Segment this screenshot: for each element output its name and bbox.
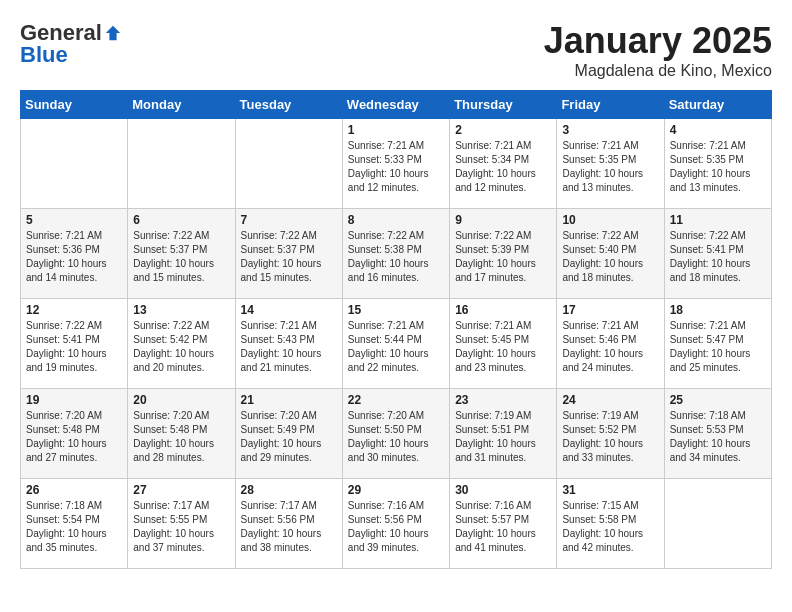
day-info: Sunrise: 7:21 AM Sunset: 5:33 PM Dayligh…: [348, 139, 444, 195]
calendar-cell: 6Sunrise: 7:22 AM Sunset: 5:37 PM Daylig…: [128, 209, 235, 299]
day-info: Sunrise: 7:22 AM Sunset: 5:39 PM Dayligh…: [455, 229, 551, 285]
calendar-title: January 2025: [544, 20, 772, 62]
svg-marker-0: [106, 26, 120, 40]
calendar-cell: 22Sunrise: 7:20 AM Sunset: 5:50 PM Dayli…: [342, 389, 449, 479]
weekday-header-cell: Wednesday: [342, 91, 449, 119]
day-number: 14: [241, 303, 337, 317]
day-number: 13: [133, 303, 229, 317]
day-number: 19: [26, 393, 122, 407]
day-number: 10: [562, 213, 658, 227]
day-info: Sunrise: 7:20 AM Sunset: 5:48 PM Dayligh…: [133, 409, 229, 465]
day-info: Sunrise: 7:17 AM Sunset: 5:55 PM Dayligh…: [133, 499, 229, 555]
day-number: 4: [670, 123, 766, 137]
calendar-cell: 4Sunrise: 7:21 AM Sunset: 5:35 PM Daylig…: [664, 119, 771, 209]
calendar-subtitle: Magdalena de Kino, Mexico: [544, 62, 772, 80]
calendar-cell: 31Sunrise: 7:15 AM Sunset: 5:58 PM Dayli…: [557, 479, 664, 569]
day-number: 26: [26, 483, 122, 497]
calendar-cell: 24Sunrise: 7:19 AM Sunset: 5:52 PM Dayli…: [557, 389, 664, 479]
calendar-cell: 11Sunrise: 7:22 AM Sunset: 5:41 PM Dayli…: [664, 209, 771, 299]
calendar-cell: 13Sunrise: 7:22 AM Sunset: 5:42 PM Dayli…: [128, 299, 235, 389]
day-number: 28: [241, 483, 337, 497]
calendar-cell: 30Sunrise: 7:16 AM Sunset: 5:57 PM Dayli…: [450, 479, 557, 569]
day-info: Sunrise: 7:21 AM Sunset: 5:45 PM Dayligh…: [455, 319, 551, 375]
day-info: Sunrise: 7:16 AM Sunset: 5:57 PM Dayligh…: [455, 499, 551, 555]
calendar-week-row: 12Sunrise: 7:22 AM Sunset: 5:41 PM Dayli…: [21, 299, 772, 389]
calendar-cell: 21Sunrise: 7:20 AM Sunset: 5:49 PM Dayli…: [235, 389, 342, 479]
day-info: Sunrise: 7:21 AM Sunset: 5:44 PM Dayligh…: [348, 319, 444, 375]
day-info: Sunrise: 7:20 AM Sunset: 5:49 PM Dayligh…: [241, 409, 337, 465]
day-number: 1: [348, 123, 444, 137]
day-number: 9: [455, 213, 551, 227]
calendar-cell: 28Sunrise: 7:17 AM Sunset: 5:56 PM Dayli…: [235, 479, 342, 569]
day-number: 20: [133, 393, 229, 407]
day-number: 3: [562, 123, 658, 137]
weekday-header-cell: Friday: [557, 91, 664, 119]
calendar-cell: 25Sunrise: 7:18 AM Sunset: 5:53 PM Dayli…: [664, 389, 771, 479]
day-number: 24: [562, 393, 658, 407]
weekday-header-cell: Sunday: [21, 91, 128, 119]
calendar-cell: 3Sunrise: 7:21 AM Sunset: 5:35 PM Daylig…: [557, 119, 664, 209]
day-info: Sunrise: 7:21 AM Sunset: 5:43 PM Dayligh…: [241, 319, 337, 375]
day-number: 16: [455, 303, 551, 317]
logo-blue-text: Blue: [20, 42, 68, 68]
day-number: 17: [562, 303, 658, 317]
day-info: Sunrise: 7:15 AM Sunset: 5:58 PM Dayligh…: [562, 499, 658, 555]
calendar-cell: 12Sunrise: 7:22 AM Sunset: 5:41 PM Dayli…: [21, 299, 128, 389]
day-info: Sunrise: 7:21 AM Sunset: 5:35 PM Dayligh…: [562, 139, 658, 195]
calendar-cell: 8Sunrise: 7:22 AM Sunset: 5:38 PM Daylig…: [342, 209, 449, 299]
day-info: Sunrise: 7:22 AM Sunset: 5:37 PM Dayligh…: [241, 229, 337, 285]
day-number: 29: [348, 483, 444, 497]
day-info: Sunrise: 7:20 AM Sunset: 5:50 PM Dayligh…: [348, 409, 444, 465]
day-info: Sunrise: 7:22 AM Sunset: 5:42 PM Dayligh…: [133, 319, 229, 375]
day-info: Sunrise: 7:16 AM Sunset: 5:56 PM Dayligh…: [348, 499, 444, 555]
weekday-header-cell: Saturday: [664, 91, 771, 119]
calendar-cell: 5Sunrise: 7:21 AM Sunset: 5:36 PM Daylig…: [21, 209, 128, 299]
calendar-cell: 20Sunrise: 7:20 AM Sunset: 5:48 PM Dayli…: [128, 389, 235, 479]
page-header: General Blue January 2025 Magdalena de K…: [20, 20, 772, 80]
calendar-cell: 23Sunrise: 7:19 AM Sunset: 5:51 PM Dayli…: [450, 389, 557, 479]
logo: General Blue: [20, 20, 122, 68]
day-info: Sunrise: 7:22 AM Sunset: 5:37 PM Dayligh…: [133, 229, 229, 285]
calendar-week-row: 19Sunrise: 7:20 AM Sunset: 5:48 PM Dayli…: [21, 389, 772, 479]
calendar-cell: 15Sunrise: 7:21 AM Sunset: 5:44 PM Dayli…: [342, 299, 449, 389]
calendar-cell: 7Sunrise: 7:22 AM Sunset: 5:37 PM Daylig…: [235, 209, 342, 299]
calendar-cell: 18Sunrise: 7:21 AM Sunset: 5:47 PM Dayli…: [664, 299, 771, 389]
day-info: Sunrise: 7:22 AM Sunset: 5:41 PM Dayligh…: [670, 229, 766, 285]
day-number: 5: [26, 213, 122, 227]
day-info: Sunrise: 7:19 AM Sunset: 5:51 PM Dayligh…: [455, 409, 551, 465]
calendar-cell: 17Sunrise: 7:21 AM Sunset: 5:46 PM Dayli…: [557, 299, 664, 389]
day-info: Sunrise: 7:18 AM Sunset: 5:53 PM Dayligh…: [670, 409, 766, 465]
day-info: Sunrise: 7:21 AM Sunset: 5:35 PM Dayligh…: [670, 139, 766, 195]
day-number: 8: [348, 213, 444, 227]
day-number: 27: [133, 483, 229, 497]
day-number: 23: [455, 393, 551, 407]
day-number: 18: [670, 303, 766, 317]
calendar-body: 1Sunrise: 7:21 AM Sunset: 5:33 PM Daylig…: [21, 119, 772, 569]
title-block: January 2025 Magdalena de Kino, Mexico: [544, 20, 772, 80]
day-number: 12: [26, 303, 122, 317]
weekday-header-cell: Tuesday: [235, 91, 342, 119]
calendar-cell: 1Sunrise: 7:21 AM Sunset: 5:33 PM Daylig…: [342, 119, 449, 209]
day-info: Sunrise: 7:22 AM Sunset: 5:38 PM Dayligh…: [348, 229, 444, 285]
weekday-header-row: SundayMondayTuesdayWednesdayThursdayFrid…: [21, 91, 772, 119]
day-info: Sunrise: 7:20 AM Sunset: 5:48 PM Dayligh…: [26, 409, 122, 465]
calendar-cell: 10Sunrise: 7:22 AM Sunset: 5:40 PM Dayli…: [557, 209, 664, 299]
day-number: 31: [562, 483, 658, 497]
day-number: 25: [670, 393, 766, 407]
calendar-cell: [21, 119, 128, 209]
day-info: Sunrise: 7:21 AM Sunset: 5:47 PM Dayligh…: [670, 319, 766, 375]
calendar-cell: 16Sunrise: 7:21 AM Sunset: 5:45 PM Dayli…: [450, 299, 557, 389]
calendar-cell: 26Sunrise: 7:18 AM Sunset: 5:54 PM Dayli…: [21, 479, 128, 569]
day-info: Sunrise: 7:21 AM Sunset: 5:36 PM Dayligh…: [26, 229, 122, 285]
day-info: Sunrise: 7:22 AM Sunset: 5:41 PM Dayligh…: [26, 319, 122, 375]
calendar-cell: 2Sunrise: 7:21 AM Sunset: 5:34 PM Daylig…: [450, 119, 557, 209]
day-number: 22: [348, 393, 444, 407]
calendar-cell: 9Sunrise: 7:22 AM Sunset: 5:39 PM Daylig…: [450, 209, 557, 299]
calendar-cell: [664, 479, 771, 569]
calendar-week-row: 1Sunrise: 7:21 AM Sunset: 5:33 PM Daylig…: [21, 119, 772, 209]
day-number: 2: [455, 123, 551, 137]
day-number: 7: [241, 213, 337, 227]
logo-icon: [104, 24, 122, 42]
calendar-week-row: 26Sunrise: 7:18 AM Sunset: 5:54 PM Dayli…: [21, 479, 772, 569]
day-number: 30: [455, 483, 551, 497]
